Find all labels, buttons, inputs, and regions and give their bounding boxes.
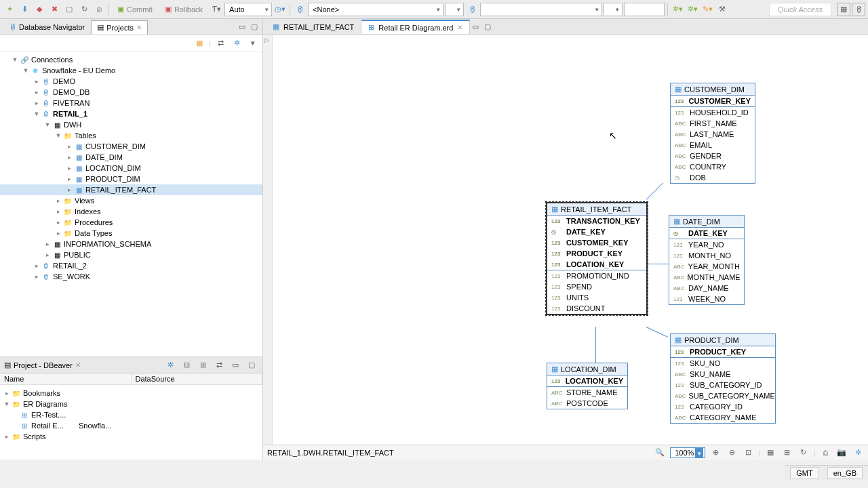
tab-projects[interactable]: ▤Projects✕ [91, 20, 148, 35]
commit-mode-combo[interactable]: Auto [224, 3, 272, 16]
tree-er-item[interactable]: ⊞Retail E...Snowfla... [0, 420, 262, 431]
tree-db[interactable]: ▸🛢FIVETRAN [0, 98, 262, 108]
search-input[interactable] [624, 3, 665, 16]
tree-connection[interactable]: ▼❄Snowflake - EU Demo [0, 65, 262, 76]
gear-icon[interactable]: ✲ [230, 37, 243, 50]
tree-table[interactable]: ▸▦CUSTOMER_DIM [0, 141, 262, 152]
close-icon[interactable]: ✕ [457, 24, 462, 31]
er-canvas[interactable]: ▷ ▦CUSTOMER_DIM 123CUSTOMER_KEY 123HOUSE… [263, 35, 868, 445]
gear-icon[interactable]: ✲ [163, 359, 177, 372]
datasource-icon[interactable]: 🛢 [293, 3, 307, 16]
er-table-location[interactable]: ▦LOCATION_DIM 123LOCATION_KEY ABCSTORE_N… [547, 363, 628, 409]
status-tz[interactable]: GMT [790, 467, 818, 479]
tree-db[interactable]: ▸🛢DEMO [0, 76, 262, 87]
er-table-customer[interactable]: ▦CUSTOMER_DIM 123CUSTOMER_KEY 123HOUSEHO… [670, 83, 755, 184]
er-connector [595, 327, 596, 364]
tx-mode-icon[interactable]: Ƭ▾ [210, 3, 223, 16]
projects-tree[interactable]: ▼🔗Connections ▼❄Snowflake - EU Demo ▸🛢DE… [0, 52, 262, 357]
tree-table-selected[interactable]: ▸▦RETAIL_ITEM_FACT [0, 184, 262, 195]
link-icon[interactable]: ⇄ [212, 359, 226, 372]
rollback-button[interactable]: ▣Rollback [159, 3, 208, 15]
perspective2-btn[interactable]: 🛢 [852, 3, 865, 16]
tx-icon[interactable]: ⎚ [92, 3, 106, 16]
commit-button[interactable]: ▣Commit [112, 3, 158, 15]
menu-icon[interactable]: ▾ [246, 37, 260, 50]
schema-drop[interactable] [604, 3, 623, 16]
project-tree[interactable]: ▸📁Bookmarks ▼📁ER Diagrams ⊞ER-Test.... ⊞… [0, 385, 262, 460]
tree-schema[interactable]: ▸▦PUBLIC [0, 249, 262, 260]
export-icon[interactable]: ⎙ [819, 447, 831, 458]
close-icon[interactable]: ✕ [75, 361, 81, 369]
er-table-fact[interactable]: ▦RETAIL_ITEM_FACT 123TRANSACTION_KEY ◷DA… [547, 203, 647, 314]
debug-icon[interactable]: ✲▾ [686, 3, 699, 16]
tree-folder[interactable]: ▸📁Indexes [0, 206, 262, 217]
zoom-combo[interactable]: 100% [670, 447, 705, 458]
collapse-icon[interactable]: ⊟ [180, 359, 193, 372]
max-icon[interactable]: ▢ [245, 359, 258, 372]
fit-icon[interactable]: ⊡ [742, 447, 754, 458]
minimize-icon[interactable]: ▭ [470, 22, 481, 31]
datasource-combo[interactable]: <None> [308, 3, 443, 16]
db-icon: 🛢 [9, 23, 16, 31]
box-icon[interactable]: ▢ [62, 3, 76, 16]
refresh-icon[interactable]: ↻ [77, 3, 91, 16]
tree-db[interactable]: ▸🛢RETAIL_2 [0, 260, 262, 271]
col-datasource[interactable]: DataSource [132, 373, 263, 384]
tree-table[interactable]: ▸▦PRODUCT_DIM [0, 174, 262, 184]
tree-schema[interactable]: ▼▦DWH [0, 119, 262, 130]
zoom-out-icon[interactable]: ⊖ [726, 447, 738, 458]
history-icon[interactable]: ◷▾ [273, 3, 287, 16]
min-icon[interactable]: ▭ [229, 359, 242, 372]
disconnect-icon[interactable]: ✖ [47, 3, 61, 16]
tree-folder[interactable]: ▸📁Views [0, 195, 262, 206]
tree-schema[interactable]: ▸▦INFORMATION_SCHEMA [0, 239, 262, 249]
editor-tab-erd[interactable]: ⊞Retail ER Diagram.erd✕ [361, 20, 470, 34]
quick-access-input[interactable]: Quick Access [769, 3, 831, 16]
col-name[interactable]: Name [0, 373, 132, 384]
wand-icon[interactable]: ✎▾ [701, 3, 714, 16]
tree-tables[interactable]: ▼📁Tables [0, 130, 262, 141]
table-icon: ▦ [673, 217, 680, 226]
new-sql-icon[interactable]: ✦ [3, 3, 16, 16]
tree-connections[interactable]: ▼🔗Connections [0, 54, 262, 65]
perspective-btn[interactable]: ▦ [837, 3, 850, 16]
er-table-date[interactable]: ▦DATE_DIM ◷DATE_KEY 123YEAR_NO 123MONTH_… [669, 215, 745, 305]
add-icon[interactable]: ⊞ [196, 359, 210, 372]
link-icon[interactable]: ⇄ [214, 37, 227, 50]
tree-folder[interactable]: ▸📁Procedures [0, 217, 262, 228]
refresh-icon[interactable]: ↻ [797, 447, 809, 458]
camera-icon[interactable]: 📷 [835, 447, 848, 458]
layout-icon[interactable]: ▦ [764, 447, 776, 458]
status-locale[interactable]: en_GB [827, 467, 863, 479]
tree-bookmarks[interactable]: ▸📁Bookmarks [0, 388, 262, 399]
tree-db[interactable]: ▸🛢SE_WORK [0, 271, 262, 282]
tree-table[interactable]: ▸▦DATE_DIM [0, 152, 262, 163]
sql-icon[interactable]: ▦ [193, 37, 206, 50]
grid-icon[interactable]: ⊞ [781, 447, 793, 458]
settings-icon[interactable]: ✲ [852, 447, 864, 458]
tool-icon[interactable]: ⚒ [715, 3, 729, 16]
search-icon[interactable]: 🔍 [654, 447, 666, 458]
close-icon[interactable]: ✕ [136, 24, 142, 31]
schema-combo[interactable] [480, 3, 602, 16]
tree-db[interactable]: ▸🛢DEMO_DB [0, 87, 262, 98]
maximize-icon[interactable]: ▢ [482, 22, 493, 31]
new-conn-icon[interactable]: ⬇ [18, 3, 31, 16]
tree-er-item[interactable]: ⊞ER-Test.... [0, 409, 262, 420]
maximize-icon[interactable]: ▢ [249, 22, 260, 31]
er-table-product[interactable]: ▦PRODUCT_DIM 123PRODUCT_KEY 123SKU_NO AB… [670, 333, 776, 424]
datasource-drop[interactable] [445, 3, 464, 16]
tree-db-retail[interactable]: ▼🛢RETAIL_1 [0, 108, 262, 119]
tree-er-diagrams[interactable]: ▼📁ER Diagrams [0, 399, 262, 409]
editor-tab-fact[interactable]: ▦RETAIL_ITEM_FACT [266, 20, 361, 33]
minimize-icon[interactable]: ▭ [237, 22, 248, 31]
tree-folder[interactable]: ▸📁Data Types [0, 228, 262, 239]
project-icon: ▤ [4, 361, 11, 369]
tree-table[interactable]: ▸▦LOCATION_DIM [0, 163, 262, 174]
zoom-in-icon[interactable]: ⊕ [709, 447, 722, 458]
tab-db-navigator[interactable]: 🛢Database Navigator [3, 20, 91, 34]
gear-green-icon[interactable]: ✲▾ [671, 3, 684, 16]
schema-icon[interactable]: 🛢 [465, 3, 479, 16]
tree-scripts[interactable]: ▸📁Scripts [0, 431, 262, 442]
new-script-icon[interactable]: ◆ [33, 3, 46, 16]
